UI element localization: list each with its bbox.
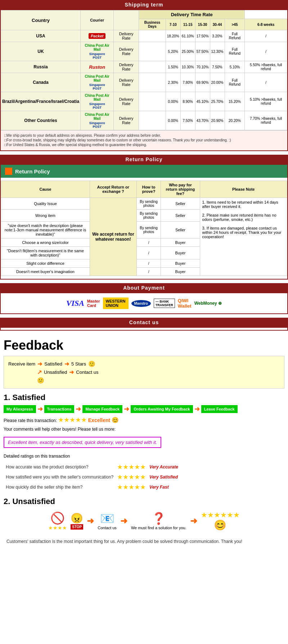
rating-2-stars: ★★★★★ bbox=[116, 472, 147, 482]
payment-section: About Payment VISA MasterCard WESTERNUNI… bbox=[0, 283, 288, 314]
d30to44-cell-3: 20.00% bbox=[210, 73, 225, 92]
rating-row-1: How accurate was the product description… bbox=[4, 462, 180, 472]
d45plus-cell-5: 20.20% bbox=[225, 111, 245, 130]
email-icon-group: 📧 Contact us bbox=[98, 512, 117, 530]
how-prove-cell-1: By sending photos bbox=[136, 210, 161, 222]
stop-icon-group: 😠 STOP bbox=[71, 512, 83, 529]
please-note-header: Please Note bbox=[200, 181, 287, 198]
western-union-logo: WESTERNUNION bbox=[103, 298, 129, 309]
d6to8weeks-cell-5: 7.70% >8weeks, full refund bbox=[245, 111, 287, 130]
d11to15-cell-2: 10.30% bbox=[180, 61, 195, 73]
no-icon-group: 🚫 ★★★★ bbox=[48, 511, 67, 531]
rating-3-label: How quickly did the seller ship the item… bbox=[4, 482, 115, 492]
no-sign-icon: 🚫 ★★★★ bbox=[48, 511, 67, 531]
d7to10-cell-0: 18.20% bbox=[166, 30, 180, 42]
unsatisfied-flow: 🚫 ★★★★ 😠 STOP ➜ 📧 Contact us ➜ ❓ We must… bbox=[4, 511, 284, 531]
courier-cell-5: China Post Air MailSingaporePOST bbox=[81, 111, 114, 130]
cause-header: Cause bbox=[1, 181, 90, 198]
accept-return-header: Accept Return or exchange ? bbox=[90, 181, 136, 198]
shipping-note: □For cross-broad trade, shipping may sli… bbox=[4, 138, 284, 142]
d6to8weeks-cell-4: 5.10% >8weeks, full refund bbox=[245, 92, 287, 111]
who-pay-header: Who pay for return shipping fee? bbox=[161, 181, 200, 198]
orders-awaiting-btn[interactable]: Orders Awaiting My Feedback bbox=[131, 405, 193, 413]
shipping-note: □We ship parcels to your default address… bbox=[4, 133, 284, 137]
bottom-stars: ★★★★ bbox=[48, 525, 67, 531]
payment-logos-container: VISA MasterCard WESTERNUNION Maestro — B… bbox=[1, 293, 287, 313]
courier-cell-4: China Post Air MailSingaporePOST bbox=[81, 92, 114, 111]
cause-cell-5: Slight color difference bbox=[1, 259, 90, 268]
arrow-icon-4: ➜ bbox=[69, 369, 74, 376]
country-cell-2: Russia bbox=[1, 61, 81, 73]
delivery-rate-header bbox=[114, 10, 139, 30]
d15to30-cell-2: 70.10% bbox=[195, 61, 210, 73]
happy-smiley: 😊 bbox=[214, 520, 226, 531]
delivery-rate-cell-0: Delivery Rate bbox=[114, 30, 139, 42]
step-arrow-1: ➜ bbox=[37, 405, 43, 413]
step-arrow-4: ➜ bbox=[194, 405, 200, 413]
who-pay-cell-3: Buyer bbox=[161, 239, 200, 247]
rating-2-label: How satisfied were you with the seller's… bbox=[4, 472, 115, 482]
arrow-icon-3: ↗ bbox=[37, 369, 42, 376]
mastercard-logo: MasterCard bbox=[87, 299, 100, 308]
d6to8weeks-cell-0: / bbox=[245, 30, 287, 42]
rating-stars: ★★★★★ bbox=[58, 416, 87, 423]
payment-header: About Payment bbox=[0, 283, 288, 292]
d45plus-cell-1: Full Refund bbox=[225, 42, 245, 61]
step-arrow-3: ➜ bbox=[124, 405, 129, 413]
d11to15-cell-4: 8.90% bbox=[180, 92, 195, 111]
business-days-header: Business Days bbox=[139, 19, 166, 30]
d30-44-header: 30-44 bbox=[210, 19, 225, 30]
my-aliexpress-btn[interactable]: My Aliexpress bbox=[4, 405, 36, 413]
courier-cell-2: Ruston bbox=[81, 61, 114, 73]
visa-logo: VISA bbox=[66, 299, 84, 308]
d45plus-cell-3: Full Refund bbox=[225, 73, 245, 92]
shipping-section: Shipping term Country Courier Delivery T… bbox=[0, 0, 288, 151]
rating-row-2: How satisfied were you with the seller's… bbox=[4, 472, 180, 482]
leave-feedback-btn[interactable]: Leave Feedback bbox=[201, 405, 238, 413]
d15to30-cell-1: 57.50% bbox=[195, 42, 210, 61]
bank-transfer-logo: — BANKTRANSFER bbox=[154, 299, 175, 308]
manage-feedback-btn[interactable]: Manage Feedback bbox=[82, 405, 122, 413]
arrow-icon-2: ➜ bbox=[64, 360, 69, 367]
country-header: Country bbox=[1, 10, 81, 30]
detailed-ratings-section: Detailed ratings on this transaction How… bbox=[4, 454, 284, 493]
rating-row-3: How quickly did the seller ship the item… bbox=[4, 482, 180, 492]
country-cell-1: UK bbox=[1, 42, 81, 61]
d30to44-cell-5: 20.90% bbox=[210, 111, 225, 130]
d11-15-header: 11-15 bbox=[180, 19, 195, 30]
courier-cell-0: Packet bbox=[81, 30, 114, 42]
d7to10-cell-1: 5.20% bbox=[166, 42, 180, 61]
d11to15-cell-0: 61.10% bbox=[180, 30, 195, 42]
who-pay-cell-2: Seller bbox=[161, 222, 200, 239]
how-prove-cell-4: / bbox=[136, 247, 161, 259]
unsatisfied-arrow-3: ➜ bbox=[190, 516, 197, 526]
d45-plus-header: >45 bbox=[225, 19, 245, 30]
five-stars-label: 5 Stars bbox=[71, 361, 86, 367]
how-prove-cell-6: / bbox=[136, 268, 161, 276]
d45plus-cell-4: 15.20% bbox=[225, 92, 245, 111]
bd-cell-4 bbox=[139, 92, 166, 111]
rating-1-value: Very Accurate bbox=[148, 462, 180, 472]
d30to44-cell-1: 12.30% bbox=[210, 42, 225, 61]
satisfied-emoji: 🙂 bbox=[88, 360, 95, 367]
d11to15-cell-3: 7.80% bbox=[180, 73, 195, 92]
satisfied-flow-label: Satisfied bbox=[44, 361, 62, 367]
cause-cell-6: Doesn't meet buyer's imagination bbox=[1, 268, 90, 276]
d15to30-cell-4: 45.10% bbox=[195, 92, 210, 111]
unsatisfied-title: 2. Unsatisfied bbox=[4, 497, 284, 506]
feedback-section: Feedback Receive item ➜ Satisfied ➜ 5 St… bbox=[0, 334, 288, 551]
question-icon-group: ❓ We must find a solution for you. bbox=[131, 512, 186, 530]
receive-item-label: Receive item bbox=[8, 361, 35, 367]
bd-cell-3 bbox=[139, 73, 166, 92]
d7-10-header: 7-10 bbox=[166, 19, 180, 30]
transactions-btn[interactable]: Transactions bbox=[44, 405, 75, 413]
how-prove-cell-2: By sending photos bbox=[136, 222, 161, 239]
cause-cell-1: Wrong item bbox=[1, 210, 90, 222]
delivery-time-rate-header: Delivery Time Rate bbox=[139, 10, 245, 19]
happy-stars: ★★★★★★ bbox=[201, 511, 240, 519]
ratings-table: How accurate was the product description… bbox=[4, 462, 180, 493]
rate-text: Please rate this transaction: bbox=[4, 418, 57, 423]
contact-us-flow-label: Contact us bbox=[76, 369, 98, 375]
d7to10-cell-5: 0.00% bbox=[166, 111, 180, 130]
shipping-header: Shipping term bbox=[0, 0, 288, 9]
